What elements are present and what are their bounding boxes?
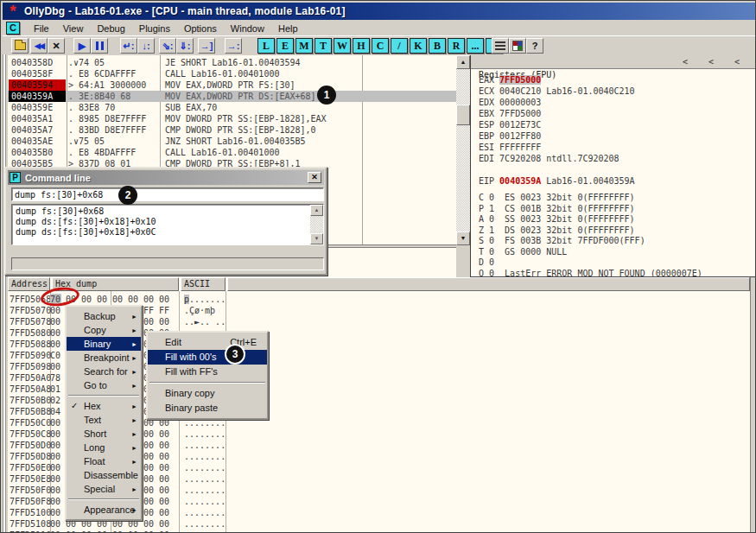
- hex-byte[interactable]: 00: [50, 485, 61, 496]
- collapse-marker-icon[interactable]: <: [683, 55, 688, 68]
- flag-row[interactable]: S 0 FS 003B 32bit 7FFDF000(FFF): [479, 235, 645, 246]
- menu-item-backup[interactable]: Backup►: [67, 309, 141, 323]
- disasm-row[interactable]: 004035A1. 8985 D8E7FFFFMOV DWORD PTR SS:…: [8, 113, 456, 124]
- menu-item-search-for[interactable]: Search for►: [67, 365, 141, 378]
- disasm-address[interactable]: 0040359E: [9, 102, 66, 113]
- scroll-down-arrow-icon[interactable]: ▼: [456, 232, 470, 245]
- hex-byte[interactable]: 00: [66, 530, 77, 533]
- title-bar[interactable]: * OllyDbg - Lab16-01.exe - [CPU - main t…: [3, 3, 755, 20]
- hex-byte[interactable]: 00: [50, 507, 61, 518]
- register-row-ecx[interactable]: ECX 0040C210 Lab16-01.0040C210: [479, 86, 635, 97]
- pane-button-dotsdotsdots[interactable]: ...: [467, 38, 484, 54]
- hex-byte[interactable]: 00: [159, 440, 170, 451]
- dump-header-ascii[interactable]: ASCII: [181, 277, 226, 291]
- hex-byte[interactable]: 01: [50, 384, 61, 395]
- collapse-marker-icon[interactable]: <: [734, 55, 740, 68]
- disasm-address[interactable]: 0040358D: [9, 57, 66, 68]
- hex-byte[interactable]: 00: [50, 361, 61, 372]
- trace-into-button[interactable]: ⇘:: [159, 38, 176, 54]
- appearance-button[interactable]: [509, 38, 526, 54]
- trace-over-button[interactable]: ⇓:: [176, 38, 194, 54]
- register-row-esp[interactable]: ESP 0012E73C: [479, 119, 541, 130]
- hex-byte[interactable]: 00: [128, 294, 139, 305]
- registers-pane[interactable]: Registers (FPU) < < < EAX 7FFD5000ECX 00…: [470, 55, 756, 277]
- disasm-row[interactable]: 004035B0. E8 4BDAFFFFCALL Lab16-01.00401…: [8, 147, 456, 158]
- hex-byte[interactable]: 78: [50, 372, 61, 384]
- menu-item-binary[interactable]: Binary►: [67, 337, 141, 351]
- execute-till-return-button[interactable]: →]: [198, 38, 215, 54]
- flag-row[interactable]: O 0 LastErr ERROR_MOD_NOT_FOUND (0000007…: [479, 268, 702, 278]
- register-row-edi[interactable]: EDI 7C920208 ntdll.7C920208: [479, 153, 619, 164]
- disasm-row[interactable]: 0040358F. E8 6CDAFFFFCALL Lab16-01.00401…: [8, 68, 456, 79]
- hex-byte[interactable]: 00: [128, 530, 139, 533]
- menu-item-fill-with-ff-s[interactable]: Fill with FF's: [148, 365, 267, 379]
- hex-byte[interactable]: 00: [50, 518, 61, 530]
- hex-byte[interactable]: FF: [143, 305, 155, 316]
- hex-byte[interactable]: 00: [50, 496, 61, 507]
- menu-item-copy[interactable]: Copy►: [67, 323, 141, 337]
- restart-button[interactable]: ◀◀: [30, 38, 48, 54]
- windows-list-button[interactable]: [492, 38, 509, 54]
- flag-row[interactable]: T 0 GS 0000 NULL: [479, 246, 567, 257]
- hex-byte[interactable]: 00: [143, 462, 155, 473]
- menubar-item-file[interactable]: File: [27, 22, 56, 35]
- menu-item-text[interactable]: Text►: [67, 413, 141, 427]
- hex-byte[interactable]: 00: [143, 507, 155, 518]
- hex-byte[interactable]: 00: [159, 294, 170, 305]
- hex-byte[interactable]: 00: [112, 530, 124, 533]
- step-into-button[interactable]: ↵:: [120, 38, 137, 54]
- menu-item-breakpoint[interactable]: Breakpoint►: [67, 351, 141, 365]
- pane-button-dots[interactable]: /: [391, 38, 408, 54]
- step-over-button[interactable]: ↓:: [137, 38, 155, 54]
- scroll-up-arrow-icon[interactable]: ▲: [310, 205, 323, 216]
- open-file-button[interactable]: [11, 38, 29, 54]
- hex-byte[interactable]: 00: [159, 462, 170, 473]
- disasm-row[interactable]: 0040358D.∨74 05JE SHORT Lab16-01.0040359…: [8, 57, 456, 68]
- disasm-address[interactable]: 004035AE: [9, 136, 66, 147]
- disasm-address[interactable]: 00403594: [9, 79, 66, 91]
- go-to-address-button[interactable]: →:: [225, 38, 242, 54]
- pane-button-m[interactable]: M: [295, 38, 313, 54]
- hex-byte[interactable]: 00: [50, 473, 61, 485]
- menubar-item-options[interactable]: Options: [177, 22, 224, 35]
- scroll-down-arrow-icon[interactable]: ▼: [310, 233, 323, 244]
- pane-button-w[interactable]: W: [334, 38, 351, 54]
- disasm-address[interactable]: 004035A7: [9, 124, 66, 136]
- close-program-button[interactable]: ✕: [48, 38, 65, 54]
- menu-item-binary-copy[interactable]: Binary copy: [148, 386, 267, 401]
- menu-item-go-to[interactable]: Go to►: [67, 378, 141, 392]
- flag-row[interactable]: P 1 CS 001B 32bit 0(FFFFFFFF): [479, 203, 635, 214]
- pane-button-r[interactable]: R: [448, 38, 465, 54]
- history-scrollbar[interactable]: ▲ ▼: [310, 205, 323, 244]
- hex-byte[interactable]: 00: [50, 451, 61, 462]
- hex-byte[interactable]: 00: [50, 428, 61, 440]
- hex-byte[interactable]: 02: [50, 395, 61, 406]
- hex-byte[interactable]: 00: [143, 530, 155, 533]
- hex-byte[interactable]: 00: [50, 462, 61, 473]
- hex-byte[interactable]: 00: [97, 294, 108, 305]
- hex-dump-row[interactable]: 7FFD51100000000000000000........: [8, 530, 750, 533]
- register-row-edx[interactable]: EDX 00000003: [479, 97, 541, 108]
- menu-item-fill-with-00-s[interactable]: Fill with 00's: [148, 350, 267, 365]
- disasm-row[interactable]: 004035AE.∨75 05JNZ SHORT Lab16-01.004035…: [8, 136, 456, 147]
- hex-byte[interactable]: 00: [50, 440, 61, 451]
- menubar-item-debug[interactable]: Debug: [90, 22, 131, 35]
- disassembly-scrollbar[interactable]: ▲ ▼: [456, 55, 470, 245]
- mdi-child-icon[interactable]: C: [6, 22, 20, 35]
- hex-byte[interactable]: 00: [143, 428, 155, 440]
- menu-item-disassemble[interactable]: Disassemble: [67, 468, 141, 482]
- hex-byte[interactable]: 04: [50, 406, 61, 417]
- hex-byte[interactable]: 00: [50, 339, 61, 350]
- hex-byte[interactable]: 00: [143, 496, 155, 507]
- pane-button-e[interactable]: E: [276, 38, 294, 54]
- hex-byte[interactable]: 00: [159, 316, 170, 327]
- disasm-row[interactable]: 0040359E. 83E8 70SUB EAX,70: [8, 102, 456, 113]
- pane-button-l[interactable]: L: [257, 38, 275, 54]
- hex-byte[interactable]: 00: [50, 305, 61, 316]
- scrollbar-thumb[interactable]: [456, 105, 470, 125]
- disasm-address[interactable]: 004035A1: [9, 113, 66, 124]
- hex-byte[interactable]: 00: [81, 294, 92, 305]
- hex-byte[interactable]: 00: [50, 530, 61, 533]
- hex-byte[interactable]: 00: [143, 440, 155, 451]
- pane-button-b[interactable]: B: [429, 38, 446, 54]
